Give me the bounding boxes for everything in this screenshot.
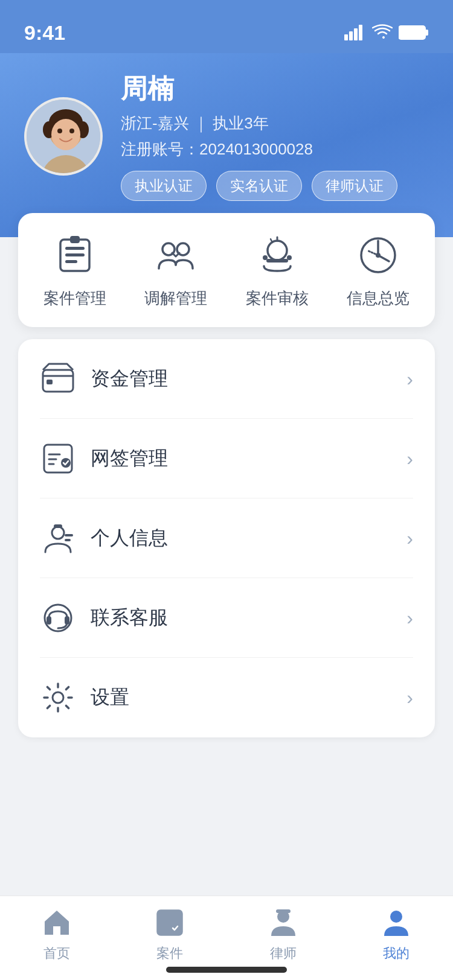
svg-rect-25 xyxy=(263,255,268,260)
svg-point-47 xyxy=(390,911,402,923)
customer-service-icon xyxy=(40,600,76,636)
home-indicator xyxy=(166,967,287,973)
svg-point-28 xyxy=(376,253,381,258)
menu-item-personal-info[interactable]: 个人信息 › xyxy=(18,498,435,578)
cert-badges: 执业认证 实名认证 律师认证 xyxy=(121,171,429,201)
menu-item-settings[interactable]: 设置 › xyxy=(18,658,435,737)
chevron-right-icon-fund: › xyxy=(406,368,413,390)
chevron-right-icon-service: › xyxy=(406,607,413,629)
svg-rect-17 xyxy=(65,247,85,250)
quick-item-info-overview[interactable]: 信息总览 xyxy=(328,231,429,309)
settings-icon xyxy=(40,679,76,716)
tab-mine[interactable]: 我的 xyxy=(340,906,454,962)
quick-label-case-mgmt: 案件管理 xyxy=(43,288,106,309)
profile-info: 周楠 浙江-嘉兴 ｜ 执业3年 注册账号：2024013000028 执业认证 … xyxy=(121,71,429,201)
svg-point-23 xyxy=(268,241,287,260)
avatar xyxy=(24,97,103,176)
quick-item-case-mgmt[interactable]: 案件管理 xyxy=(24,231,126,309)
tab-label-home: 首页 xyxy=(43,944,70,962)
svg-rect-2 xyxy=(354,28,358,40)
tab-case[interactable]: 案件 xyxy=(114,906,227,962)
menu-text-personal-info: 个人信息 xyxy=(91,525,406,552)
quick-label-mediation-mgmt: 调解管理 xyxy=(144,288,207,309)
svg-rect-36 xyxy=(65,539,71,541)
profile-name: 周楠 xyxy=(121,71,429,107)
chevron-right-icon-esign: › xyxy=(406,448,413,470)
cert-badge-realname: 实名认证 xyxy=(216,171,302,201)
wifi-icon xyxy=(372,24,393,41)
tab-label-lawyer: 律师 xyxy=(270,944,297,962)
svg-rect-30 xyxy=(47,380,53,384)
svg-rect-3 xyxy=(359,25,362,40)
menu-text-fund-mgmt: 资金管理 xyxy=(91,366,406,392)
mine-tab-icon xyxy=(379,906,413,940)
svg-rect-1 xyxy=(349,31,353,40)
quick-label-case-review: 案件审核 xyxy=(246,288,309,309)
menu-text-settings: 设置 xyxy=(91,684,406,711)
svg-rect-0 xyxy=(344,34,348,40)
quick-label-info-overview: 信息总览 xyxy=(347,288,410,309)
battery-icon xyxy=(399,25,429,40)
svg-rect-34 xyxy=(54,524,62,528)
tab-label-mine: 我的 xyxy=(383,944,410,962)
quick-actions-card: 案件管理 调解管理 xyxy=(18,213,435,327)
svg-rect-35 xyxy=(65,534,73,536)
svg-point-13 xyxy=(51,119,80,150)
svg-rect-38 xyxy=(47,616,51,625)
menu-item-fund-mgmt[interactable]: 资金管理 › xyxy=(18,339,435,419)
profile-meta: 浙江-嘉兴 ｜ 执业3年 xyxy=(121,113,429,134)
svg-rect-18 xyxy=(65,253,85,256)
esign-mgmt-icon xyxy=(40,441,76,477)
profile-header: 周楠 浙江-嘉兴 ｜ 执业3年 注册账号：2024013000028 执业认证 … xyxy=(0,53,453,237)
menu-text-esign-mgmt: 网签管理 xyxy=(91,445,406,472)
chevron-right-icon-settings: › xyxy=(406,687,413,709)
svg-rect-26 xyxy=(287,255,292,260)
svg-rect-46 xyxy=(276,909,291,913)
svg-rect-24 xyxy=(266,259,288,262)
case-tab-icon xyxy=(153,906,187,940)
svg-rect-20 xyxy=(70,236,80,243)
cert-badge-lawyer: 律师认证 xyxy=(312,171,397,201)
lawyer-tab-icon xyxy=(266,906,300,940)
svg-point-33 xyxy=(52,527,64,539)
svg-rect-4 xyxy=(399,26,425,39)
menu-item-customer-service[interactable]: 联系客服 › xyxy=(18,578,435,658)
home-tab-icon xyxy=(40,906,74,940)
case-review-icon xyxy=(253,231,301,279)
personal-info-icon xyxy=(40,520,76,556)
mediation-mgmt-icon xyxy=(152,231,200,279)
svg-rect-5 xyxy=(425,30,428,36)
tab-lawyer[interactable]: 律师 xyxy=(226,906,340,962)
menu-item-esign-mgmt[interactable]: 网签管理 › xyxy=(18,419,435,498)
quick-item-case-review[interactable]: 案件审核 xyxy=(226,231,328,309)
quick-item-mediation-mgmt[interactable]: 调解管理 xyxy=(126,231,227,309)
profile-account: 注册账号：2024013000028 xyxy=(121,139,429,160)
status-icons xyxy=(344,24,429,41)
case-mgmt-icon xyxy=(51,231,99,279)
svg-point-15 xyxy=(69,129,74,133)
menu-card: 资金管理 › 网签管理 › xyxy=(18,339,435,737)
signal-icon xyxy=(344,25,366,40)
chevron-right-icon-personal: › xyxy=(406,527,413,550)
menu-text-customer-service: 联系客服 xyxy=(91,605,406,631)
fund-mgmt-icon xyxy=(40,361,76,397)
tab-label-case: 案件 xyxy=(156,944,183,962)
svg-point-14 xyxy=(57,129,62,133)
svg-rect-19 xyxy=(65,260,77,263)
info-overview-icon xyxy=(354,231,402,279)
status-bar: 9:41 xyxy=(0,0,453,53)
status-time: 9:41 xyxy=(24,21,65,45)
tab-home[interactable]: 首页 xyxy=(0,906,114,962)
cert-badge-practice: 执业认证 xyxy=(121,171,207,201)
